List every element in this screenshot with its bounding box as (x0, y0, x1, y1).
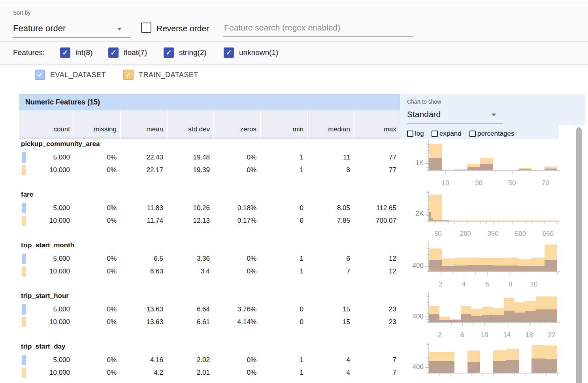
checkbox-unchecked-icon[interactable] (469, 131, 476, 137)
dataset-label: EVAL_DATASET (50, 71, 106, 79)
table-row: 10,0000%13.636.614.14%01523 (19, 316, 400, 328)
y-axis-tick (426, 142, 428, 142)
x-tick-label: 10 (530, 281, 537, 288)
x-axis-tick (514, 374, 515, 376)
x-axis-tick (512, 222, 513, 224)
x-tick-label: 2 (439, 281, 442, 288)
x-axis-major-tick (512, 171, 513, 174)
stat-mean: 4.16 (120, 356, 167, 364)
stat-count: 5,000 (19, 356, 74, 364)
x-tick-label: 2 (438, 331, 442, 339)
column-header-min: min (260, 110, 307, 138)
eval-hist-bar (493, 315, 504, 322)
y-axis-tick (426, 215, 428, 216)
stat-max: 7 (354, 369, 400, 377)
y-axis-tick (426, 144, 428, 145)
table-header-row: countmissingmeanstd devzerosminmedianmax (19, 110, 400, 138)
x-axis-tick (496, 323, 496, 325)
y-axis-tick (426, 192, 428, 193)
search-input[interactable] (224, 23, 410, 32)
y-axis-label: 1K (411, 159, 424, 167)
y-axis-tick (426, 195, 428, 195)
stat-max: 23 (354, 305, 400, 313)
eval-hist-bar (482, 315, 493, 322)
y-axis-tick (426, 302, 428, 303)
y-axis-label: 400 (411, 262, 424, 270)
chevron-down-icon[interactable] (117, 28, 122, 30)
y-axis-tick (426, 209, 428, 210)
y-axis-label: 400 (411, 313, 424, 320)
stat-std-dev: 2.02 (167, 356, 213, 364)
y-axis-tick (426, 305, 428, 305)
x-axis-tick (435, 222, 435, 224)
stat-mean: 22.17 (120, 166, 167, 174)
stat-missing: 0% (74, 255, 120, 263)
x-axis-tick (538, 222, 538, 224)
x-axis-tick (499, 272, 499, 275)
x-tick-label: 8 (509, 281, 512, 288)
y-axis-tick (426, 204, 428, 204)
checkbox-checked-icon[interactable]: ✓ (60, 47, 70, 58)
checkbox-unchecked-icon[interactable] (407, 131, 413, 137)
stat-std-dev: 3.4 (167, 267, 213, 275)
scrollbar-thumb[interactable] (576, 127, 582, 383)
y-axis-tick (426, 344, 428, 345)
eval-hist-bar (429, 260, 442, 271)
stat-std-dev: 12.13 (167, 217, 213, 225)
checkbox-checked-icon[interactable]: ✓ (108, 47, 119, 58)
table-row: 5,0000%22.4319.480%11177 (19, 151, 400, 164)
x-axis-line (427, 271, 560, 272)
x-axis-tick (496, 171, 496, 173)
checkbox-checked-icon[interactable]: ✓ (164, 47, 174, 58)
chart-option-percentages: percentages (469, 130, 514, 138)
eval-hist-bar (504, 311, 514, 322)
y-axis-tick (426, 246, 428, 246)
y-axis-line (428, 343, 429, 373)
y-axis-major-tick (425, 163, 428, 164)
x-axis-line (427, 170, 560, 171)
stat-zeros: 0% (213, 356, 260, 364)
x-axis-major-tick (441, 272, 441, 276)
eval-hist-bar (467, 265, 481, 271)
stat-min: 1 (260, 356, 307, 364)
checkbox-unchecked-icon[interactable] (432, 131, 438, 137)
eval-hist-bar (493, 361, 506, 373)
histogram-trip_start_day: 400246 (411, 342, 574, 383)
checkbox-checked-icon[interactable]: ✓ (35, 70, 45, 80)
checkbox-checked-icon[interactable]: ✓ (123, 70, 134, 80)
x-tick-label: 650 (543, 230, 554, 238)
stat-missing: 0% (74, 154, 120, 161)
y-axis-tick (426, 311, 428, 311)
y-axis-tick (426, 299, 428, 300)
column-header-median: median (307, 110, 354, 138)
column-header-count: count (19, 110, 74, 138)
x-axis-tick (557, 374, 558, 376)
reverse-order-checkbox[interactable] (141, 23, 151, 33)
stat-max: 12 (354, 255, 400, 263)
checkbox-checked-icon[interactable]: ✓ (224, 47, 234, 58)
chart-option-expand: expand (432, 130, 462, 138)
feature-name: trip_start_hour (21, 292, 69, 300)
chart-to-show-dropdown[interactable]: Standard (407, 110, 441, 119)
x-axis-tick (473, 323, 474, 325)
stat-max: 7 (354, 356, 400, 364)
y-axis-tick (426, 252, 428, 252)
stat-min: 0 (260, 318, 307, 326)
sort-by-underline (13, 37, 130, 38)
sort-by-dropdown[interactable]: Feature order (13, 23, 66, 34)
y-axis-major-tick (425, 214, 428, 214)
y-axis-tick (426, 319, 428, 320)
x-axis-tick (546, 272, 546, 275)
x-axis-major-tick (552, 323, 552, 326)
stat-std-dev: 3.36 (167, 255, 213, 263)
dataset-label: TRAIN_DATASET (139, 71, 198, 79)
chevron-down-icon[interactable] (492, 114, 496, 116)
x-axis-major-tick (445, 171, 446, 174)
y-axis-tick (426, 361, 428, 362)
eval-hist-bar (429, 314, 439, 322)
feature-name: pickup_community_area (21, 140, 100, 148)
feature-group-fare: fare5,0000%11.8310.260.18%08.05112.6510,… (19, 190, 400, 241)
stat-zeros: 0% (213, 267, 260, 275)
x-axis-tick (545, 222, 545, 224)
y-axis-tick (426, 207, 428, 207)
